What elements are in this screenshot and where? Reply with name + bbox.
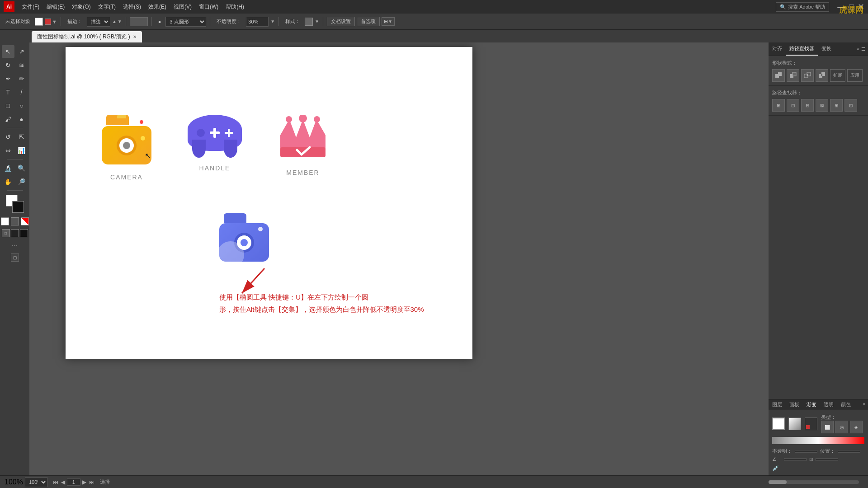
next-page-btn[interactable]: ▶ [81, 479, 87, 485]
merge-btn[interactable]: ⊟ [801, 99, 814, 112]
layers-tab[interactable]: 图层 [769, 399, 786, 410]
tab-close-btn[interactable]: ✕ [133, 34, 137, 39]
expand-btn[interactable]: 扩展 [830, 69, 845, 82]
preferences-btn[interactable]: 首选项 [357, 17, 380, 26]
menu-help[interactable]: 帮助(H) [222, 2, 248, 12]
search-box[interactable]: 🔍 搜索 Adobe 帮助 [776, 2, 829, 12]
blob-brush-tool[interactable]: ● [15, 113, 28, 126]
transform-tab[interactable]: 变换 [818, 42, 835, 56]
rotate-tool[interactable]: ↻ [2, 59, 14, 71]
menu-view[interactable]: 视图(V) [170, 2, 195, 12]
more-tools-btn[interactable]: ··· [12, 242, 18, 250]
gradient-swatch[interactable] [788, 418, 801, 430]
rotate2-tool[interactable]: ↺ [2, 131, 14, 143]
artboard-tab[interactable]: 画板 [786, 399, 803, 410]
pencil-tool[interactable]: ✏ [15, 72, 28, 85]
line-tool[interactable]: / [15, 86, 28, 99]
scale-tool[interactable]: ⇱ [15, 131, 28, 143]
zoom-tool[interactable]: 🔍 [15, 162, 28, 174]
gradient-dark-swatch[interactable] [805, 418, 817, 430]
stroke-select[interactable]: 描边 [87, 17, 110, 27]
menu-window[interactable]: 窗口(W) [195, 2, 222, 12]
trim-btn[interactable]: ⊡ [787, 99, 799, 112]
rect-tool[interactable]: □ [2, 99, 14, 112]
outline-btn[interactable]: ⊞ [830, 99, 843, 112]
scale-input[interactable] [816, 458, 838, 461]
first-page-btn[interactable]: ⏮ [52, 479, 59, 485]
canvas-area[interactable]: ↖ CAMERA [29, 42, 769, 475]
zoom-tool-2[interactable]: 🔎 [15, 175, 28, 188]
stroke-box[interactable] [12, 201, 24, 213]
menu-type[interactable]: 文字(T) [94, 2, 119, 12]
h-scrollbar[interactable] [769, 480, 859, 484]
opacity-display[interactable] [795, 450, 817, 453]
intersect-btn[interactable] [801, 69, 814, 82]
blue-camera-top [224, 213, 246, 223]
presentation-view-btn[interactable] [20, 229, 28, 237]
normal-mode-btn[interactable] [1, 217, 9, 225]
blue-camera-lens-dot [241, 239, 248, 246]
divide-btn[interactable]: ⊞ [772, 99, 785, 112]
last-page-btn[interactable]: ⏭ [88, 479, 95, 485]
location-display[interactable] [838, 450, 860, 453]
fill-color-swatch[interactable] [35, 18, 43, 26]
gradient-panel-collapse[interactable]: « [860, 399, 868, 410]
hand-tool[interactable]: ✋ [2, 175, 14, 188]
text-tool[interactable]: T [2, 86, 14, 99]
panel-collapse-btn[interactable]: « [857, 47, 859, 52]
full-view-btn[interactable] [11, 229, 19, 237]
opacity-input[interactable] [246, 17, 269, 27]
zoom-select[interactable]: 100% [25, 477, 47, 487]
unite-btn[interactable] [772, 69, 785, 82]
style-swatch[interactable] [305, 18, 313, 26]
pen-tool[interactable]: ✒ [2, 72, 14, 85]
menu-edit[interactable]: 编辑(E) [43, 2, 68, 12]
separator-4 [210, 17, 210, 26]
artboard-tool[interactable]: ⊡ [11, 253, 19, 262]
apply-btn[interactable]: 应用 [847, 69, 863, 82]
minus-front-btn[interactable] [787, 69, 799, 82]
warp-tool[interactable]: ≋ [15, 59, 28, 71]
gradient-tab[interactable]: 渐变 [803, 399, 820, 410]
menu-select[interactable]: 选择(S) [119, 2, 145, 12]
active-tab[interactable]: 面性图标绘制.ai @ 100% ( RGB/预览 ) ✕ [32, 31, 142, 42]
crop-btn[interactable]: ⊠ [816, 99, 828, 112]
document-settings-btn[interactable]: 文档设置 [327, 17, 355, 26]
eyedropper-icon[interactable]: 💉 [772, 465, 779, 471]
direct-selection-tool[interactable]: ↗ [15, 45, 28, 58]
gradient-mode-btn[interactable] [11, 217, 19, 225]
menu-file[interactable]: 文件(F) [18, 2, 43, 12]
circle-tool[interactable]: ○ [15, 99, 28, 112]
angle-input[interactable] [784, 458, 807, 461]
prev-page-btn[interactable]: ◀ [60, 479, 66, 485]
menu-bar: Ai 文件(F) 编辑(E) 对象(O) 文字(T) 选择(S) 效果(E) 视… [0, 0, 868, 14]
eyedropper-tool[interactable]: 🔬 [2, 162, 14, 174]
selection-tool[interactable]: ↖ [2, 45, 14, 58]
gradient-white-swatch[interactable] [772, 418, 785, 430]
linear-gradient-btn[interactable]: ⬜ [821, 421, 834, 433]
freeform-gradient-btn[interactable]: ◈ [850, 421, 863, 433]
page-number-input[interactable] [67, 479, 80, 486]
window-close[interactable]: ✕ [858, 2, 864, 12]
stroke-color-swatch[interactable] [45, 19, 51, 25]
pathfinder-tab[interactable]: 路径查找器 [786, 42, 818, 56]
window-maximize[interactable]: □ [849, 2, 854, 12]
window-minimize[interactable]: — [837, 2, 845, 12]
brush-select[interactable]: 3 点圆形 [165, 17, 206, 27]
exclude-btn[interactable] [816, 69, 828, 82]
color-tab[interactable]: 颜色 [837, 399, 854, 410]
transparency-tab[interactable]: 透明 [820, 399, 837, 410]
none-mode-btn[interactable] [21, 217, 29, 225]
graph-tool[interactable]: 📊 [15, 144, 28, 157]
arrange-btn[interactable]: ⊞ ▼ [382, 17, 395, 26]
menu-effect[interactable]: 效果(E) [145, 2, 170, 12]
paintbrush-tool[interactable]: 🖌 [2, 113, 14, 126]
radial-gradient-btn[interactable]: ◎ [835, 421, 848, 433]
normal-view-btn[interactable]: □ [2, 229, 10, 237]
mirror-tool[interactable]: ⇔ [2, 144, 14, 157]
align-tab[interactable]: 对齐 [769, 42, 786, 56]
minus-back-btn[interactable]: ⊡ [844, 99, 857, 112]
gradient-bar[interactable] [772, 437, 864, 444]
panel-menu-btn[interactable]: ☰ [861, 47, 865, 52]
menu-object[interactable]: 对象(O) [68, 2, 94, 12]
